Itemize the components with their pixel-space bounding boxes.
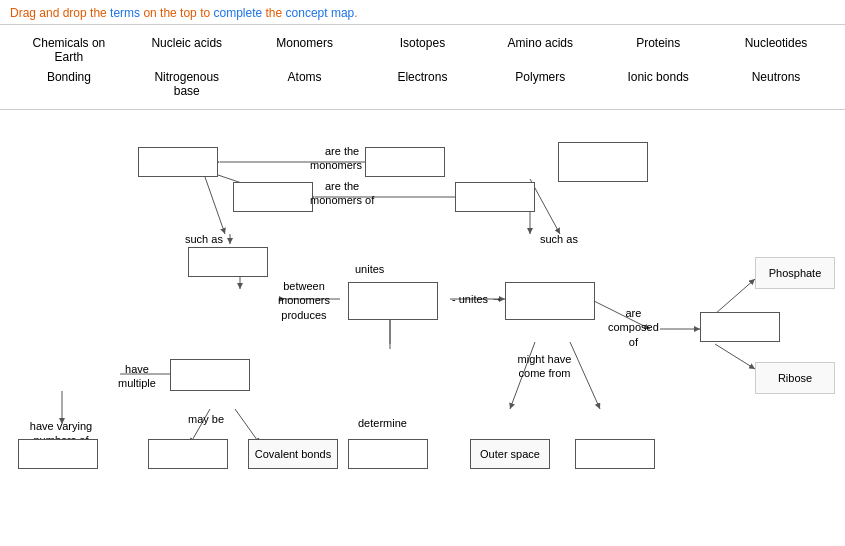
label-unites2: unites [355, 262, 384, 276]
term-amino-acids[interactable]: Amino acids [500, 36, 580, 64]
term-electrons[interactable]: Electrons [382, 70, 462, 98]
instruction-highlight-terms: terms [110, 6, 140, 20]
label-determine: determine [358, 416, 407, 430]
term-monomers[interactable]: Monomers [265, 36, 345, 64]
box-covalent-bonds: Covalent bonds [248, 439, 338, 469]
box-h[interactable] [505, 282, 595, 320]
box-l[interactable] [148, 439, 228, 469]
concept-map: are themonomers of are themonomers of su… [0, 114, 845, 514]
term-isotopes[interactable]: Isotopes [382, 36, 462, 64]
box-n[interactable] [575, 439, 655, 469]
box-j[interactable] [170, 359, 250, 391]
term-proteins[interactable]: Proteins [618, 36, 698, 64]
box-b[interactable] [233, 182, 313, 212]
term-nucleic-acids[interactable]: Nucleic acids [147, 36, 227, 64]
label-might-have-come-from: might havecome from [502, 352, 587, 381]
terms-area: Chemicals onEarth Nucleic acids Monomers… [0, 24, 845, 110]
term-nitrogenous-base[interactable]: Nitrogenousbase [147, 70, 227, 98]
box-g-top[interactable] [558, 142, 648, 182]
svg-line-13 [715, 344, 755, 369]
box-outer-space: Outer space [470, 439, 550, 469]
terms-row-1: Chemicals onEarth Nucleic acids Monomers… [10, 33, 835, 67]
svg-line-2 [205, 177, 225, 234]
term-neutrons[interactable]: Neutrons [736, 70, 816, 98]
label-unites: - unites → [452, 292, 502, 306]
box-e[interactable] [365, 147, 445, 177]
label-such-as-right: such as [540, 232, 578, 246]
box-f[interactable] [455, 182, 535, 212]
instruction-bar: Drag and drop the terms on the top to co… [0, 0, 845, 24]
label-may-be: may be [188, 412, 224, 426]
term-polymers[interactable]: Polymers [500, 70, 580, 98]
box-ribose: Ribose [755, 362, 835, 394]
term-ionic-bonds[interactable]: Ionic bonds [618, 70, 698, 98]
label-are-monomers-2: are themonomers of [310, 179, 374, 208]
box-phosphate: Phosphate [755, 257, 835, 289]
instruction-text: Drag and drop the terms on the top to co… [0, 0, 845, 24]
term-nucleotides[interactable]: Nucleotides [736, 36, 816, 64]
instruction-highlight-concept-map: concept map [286, 6, 355, 20]
box-g[interactable] [348, 282, 438, 320]
label-have-multiple: havemultiple [118, 362, 156, 391]
instruction-highlight-complete: complete [213, 6, 262, 20]
term-chemicals-earth[interactable]: Chemicals onEarth [29, 36, 109, 64]
term-atoms[interactable]: Atoms [265, 70, 345, 98]
box-a[interactable] [138, 147, 218, 177]
box-i[interactable] [700, 312, 780, 342]
label-such-as-left: such as [185, 232, 223, 246]
box-d[interactable] [188, 247, 268, 277]
terms-row-2: Bonding Nitrogenousbase Atoms Electrons … [10, 67, 835, 101]
box-k[interactable] [18, 439, 98, 469]
label-are-composed-of: arecomposedof [608, 306, 659, 349]
box-m[interactable] [348, 439, 428, 469]
label-between-monomers: betweenmonomersproduces [278, 279, 330, 322]
svg-line-12 [715, 279, 755, 314]
term-bonding[interactable]: Bonding [29, 70, 109, 98]
